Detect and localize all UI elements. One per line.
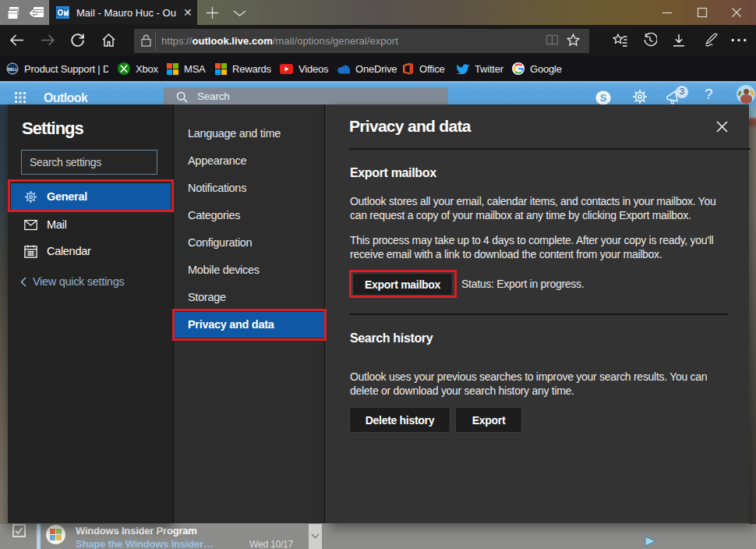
svg-text:DELL: DELL bbox=[8, 67, 19, 72]
svg-text:S: S bbox=[600, 92, 607, 104]
